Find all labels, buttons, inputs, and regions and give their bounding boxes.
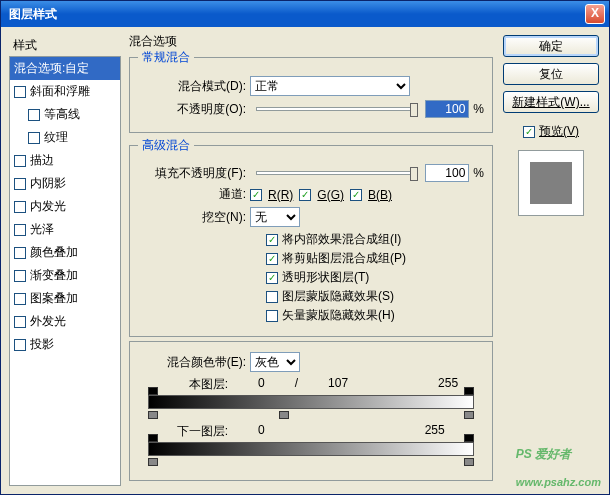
close-button[interactable]: X bbox=[585, 4, 605, 24]
option-checkbox[interactable] bbox=[266, 253, 278, 265]
preview-swatch bbox=[518, 150, 584, 216]
titlebar: 图层样式 X bbox=[1, 1, 609, 27]
blend-options-heading: 混合选项 bbox=[129, 33, 177, 50]
style-label: 内发光 bbox=[30, 198, 66, 215]
new-style-button[interactable]: 新建样式(W)... bbox=[503, 91, 599, 113]
knockout-label: 挖空(N): bbox=[138, 209, 246, 226]
style-item[interactable]: 描边 bbox=[10, 149, 120, 172]
option-checkbox[interactable] bbox=[266, 272, 278, 284]
style-label: 混合选项:自定 bbox=[14, 60, 89, 77]
style-item[interactable]: 内发光 bbox=[10, 195, 120, 218]
style-label: 图案叠加 bbox=[30, 290, 78, 307]
style-checkbox[interactable] bbox=[14, 155, 26, 167]
style-checkbox[interactable] bbox=[14, 316, 26, 328]
channel-b-checkbox[interactable] bbox=[350, 189, 362, 201]
style-item[interactable]: 等高线 bbox=[10, 103, 120, 126]
option-label: 矢量蒙版隐藏效果(H) bbox=[282, 307, 395, 324]
under-layer-track[interactable] bbox=[148, 442, 474, 456]
under-layer-label: 下一图层: bbox=[148, 423, 228, 440]
opacity-label: 不透明度(O): bbox=[138, 101, 246, 118]
this-layer-label: 本图层: bbox=[148, 376, 228, 393]
style-checkbox[interactable] bbox=[14, 224, 26, 236]
channel-r-checkbox[interactable] bbox=[250, 189, 262, 201]
style-label: 内阴影 bbox=[30, 175, 66, 192]
knockout-select[interactable]: 无 bbox=[250, 207, 300, 227]
channel-g-checkbox[interactable] bbox=[299, 189, 311, 201]
style-checkbox[interactable] bbox=[14, 293, 26, 305]
style-label: 渐变叠加 bbox=[30, 267, 78, 284]
general-legend: 常规混合 bbox=[138, 49, 194, 66]
style-label: 纹理 bbox=[44, 129, 68, 146]
this-layer-track[interactable] bbox=[148, 395, 474, 409]
style-checkbox[interactable] bbox=[28, 132, 40, 144]
channels-label: 通道: bbox=[138, 186, 246, 203]
blend-mode-label: 混合模式(D): bbox=[138, 78, 246, 95]
window-title: 图层样式 bbox=[5, 6, 57, 23]
opacity-value[interactable]: 100 bbox=[425, 100, 469, 118]
style-label: 等高线 bbox=[44, 106, 80, 123]
style-label: 外发光 bbox=[30, 313, 66, 330]
option-label: 图层蒙版隐藏效果(S) bbox=[282, 288, 394, 305]
style-item[interactable]: 纹理 bbox=[10, 126, 120, 149]
style-item[interactable]: 斜面和浮雕 bbox=[10, 80, 120, 103]
style-label: 光泽 bbox=[30, 221, 54, 238]
fill-opacity-value[interactable]: 100 bbox=[425, 164, 469, 182]
style-checkbox[interactable] bbox=[14, 247, 26, 259]
option-checkbox[interactable] bbox=[266, 234, 278, 246]
ok-button[interactable]: 确定 bbox=[503, 35, 599, 57]
option-checkbox[interactable] bbox=[266, 291, 278, 303]
style-item[interactable]: 外发光 bbox=[10, 310, 120, 333]
style-item[interactable]: 渐变叠加 bbox=[10, 264, 120, 287]
fill-unit: % bbox=[473, 166, 484, 180]
cancel-button[interactable]: 复位 bbox=[503, 63, 599, 85]
option-label: 透明形状图层(T) bbox=[282, 269, 369, 286]
fill-opacity-label: 填充不透明度(F): bbox=[138, 165, 246, 182]
style-item[interactable]: 颜色叠加 bbox=[10, 241, 120, 264]
opacity-slider[interactable] bbox=[256, 107, 415, 111]
blend-mode-select[interactable]: 正常 bbox=[250, 76, 410, 96]
style-checkbox[interactable] bbox=[28, 109, 40, 121]
style-label: 描边 bbox=[30, 152, 54, 169]
style-label: 斜面和浮雕 bbox=[30, 83, 90, 100]
fill-opacity-slider[interactable] bbox=[256, 171, 415, 175]
style-checkbox[interactable] bbox=[14, 270, 26, 282]
style-item[interactable]: 内阴影 bbox=[10, 172, 120, 195]
general-blend-group: 常规混合 混合模式(D): 正常 不透明度(O): 100 % bbox=[129, 49, 493, 133]
style-checkbox[interactable] bbox=[14, 178, 26, 190]
style-item[interactable]: 投影 bbox=[10, 333, 120, 356]
layer-style-dialog: 图层样式 X 混合选项 样式 混合选项:自定斜面和浮雕等高线纹理描边内阴影内发光… bbox=[0, 0, 610, 495]
option-checkbox[interactable] bbox=[266, 310, 278, 322]
opacity-unit: % bbox=[473, 102, 484, 116]
advanced-legend: 高级混合 bbox=[138, 137, 194, 154]
option-label: 将剪贴图层混合成组(P) bbox=[282, 250, 406, 267]
style-item[interactable]: 光泽 bbox=[10, 218, 120, 241]
advanced-blend-group: 高级混合 填充不透明度(F): 100 % 通道: R(R) G(G) B(B) bbox=[129, 137, 493, 337]
style-checkbox[interactable] bbox=[14, 339, 26, 351]
style-label: 投影 bbox=[30, 336, 54, 353]
blend-if-label: 混合颜色带(E): bbox=[138, 354, 246, 371]
preview-label: 预览(V) bbox=[539, 123, 579, 140]
style-checkbox[interactable] bbox=[14, 201, 26, 213]
style-label: 颜色叠加 bbox=[30, 244, 78, 261]
styles-list: 混合选项:自定斜面和浮雕等高线纹理描边内阴影内发光光泽颜色叠加渐变叠加图案叠加外… bbox=[9, 56, 121, 486]
style-item[interactable]: 混合选项:自定 bbox=[10, 57, 120, 80]
blend-if-select[interactable]: 灰色 bbox=[250, 352, 300, 372]
option-label: 将内部效果混合成组(I) bbox=[282, 231, 401, 248]
blend-if-group: 混合颜色带(E): 灰色 本图层: 0 / 107 255 下一图层: 0 bbox=[129, 341, 493, 481]
style-item[interactable]: 图案叠加 bbox=[10, 287, 120, 310]
style-checkbox[interactable] bbox=[14, 86, 26, 98]
preview-checkbox[interactable] bbox=[523, 126, 535, 138]
styles-header: 样式 bbox=[9, 35, 121, 56]
